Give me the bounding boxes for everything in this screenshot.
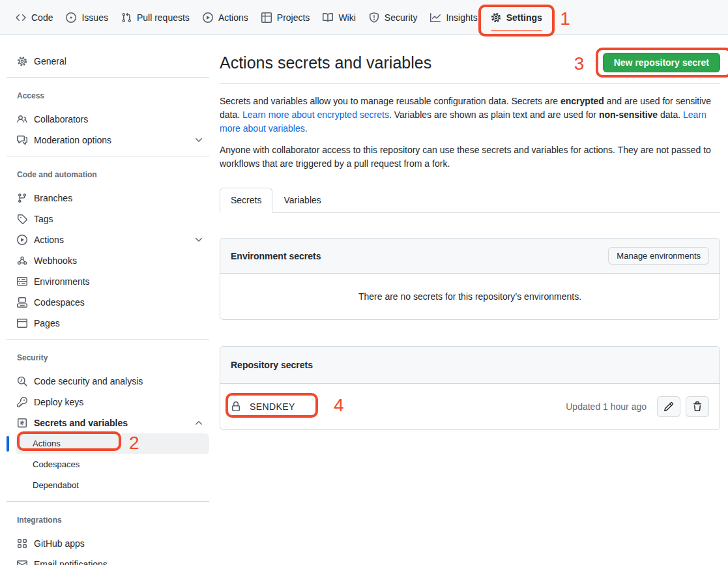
secret-name-wrap: SENDKEY 4 <box>231 401 295 412</box>
people-icon <box>17 114 27 124</box>
sidebar-item-label: Environments <box>34 275 90 288</box>
nav-tab-code[interactable]: Code <box>9 0 59 35</box>
sidebar-subitem-codespaces-secrets[interactable]: Codespaces <box>16 454 209 475</box>
chevron-down-icon <box>194 235 204 245</box>
sidebar-section-header-code-automation: Code and automation <box>7 162 209 188</box>
sidebar-item-label: Collaborators <box>34 113 88 126</box>
sidebar-subitem-label: Actions <box>33 437 61 450</box>
description-paragraph-2: Anyone with collaborator access to this … <box>220 143 720 171</box>
sidebar-subitem-dependabot-secrets[interactable]: Dependabot <box>16 475 209 496</box>
codespaces-icon <box>17 297 27 308</box>
sidebar-item-pages[interactable]: Pages <box>7 313 209 334</box>
sidebar-item-collaborators[interactable]: Collaborators <box>7 109 209 130</box>
nav-tab-label: Insights <box>446 12 477 23</box>
sidebar-item-email-notifications[interactable]: Email notifications <box>7 554 209 565</box>
sidebar-divider <box>7 339 209 340</box>
tab-secrets[interactable]: Secrets <box>220 188 272 213</box>
nav-tab-label: Issues <box>81 12 108 23</box>
repo-tab-nav: Code Issues Pull requests Actions Projec… <box>0 0 728 35</box>
description-text: . <box>305 123 308 134</box>
new-repository-secret-button[interactable]: New repository secret <box>603 53 720 72</box>
delete-secret-button[interactable] <box>686 396 709 417</box>
issue-opened-icon <box>66 12 76 23</box>
sidebar-item-label: Actions <box>34 233 64 246</box>
tab-variables[interactable]: Variables <box>272 188 332 213</box>
sidebar-item-label: Pages <box>34 317 60 330</box>
environment-secrets-header: Environment secrets Manage environments <box>220 239 720 274</box>
sidebar-divider <box>7 156 209 156</box>
sidebar-item-label: Branches <box>34 192 72 205</box>
repository-secrets-header: Repository secrets <box>220 347 720 384</box>
sidebar-item-label: Email notifications <box>34 558 108 565</box>
sidebar-item-label: General <box>34 55 66 68</box>
secret-name: SENDKEY <box>250 401 295 412</box>
sidebar-divider <box>7 501 209 502</box>
code-icon <box>16 12 26 23</box>
sidebar-item-actions[interactable]: Actions <box>7 229 209 250</box>
sidebar-divider <box>7 77 209 78</box>
server-icon <box>17 276 27 287</box>
nav-tab-settings[interactable]: Settings 1 <box>484 0 549 35</box>
comment-discussion-icon <box>17 135 27 145</box>
sidebar-item-codespaces[interactable]: Codespaces <box>7 292 209 313</box>
sidebar-item-webhooks[interactable]: Webhooks <box>7 250 209 271</box>
content-layout: General Access Collaborators Moderation … <box>0 35 728 565</box>
nav-tab-label: Wiki <box>338 12 355 23</box>
sidebar-subitem-label: Codespaces <box>33 458 80 471</box>
sidebar-item-label: Codespaces <box>34 296 85 309</box>
shield-icon <box>369 12 379 23</box>
nav-tab-label: Security <box>385 12 418 23</box>
description-bold-non-sensitive: non-sensitive <box>599 109 658 120</box>
nav-tab-wiki[interactable]: Wiki <box>316 0 362 35</box>
manage-environments-button[interactable]: Manage environments <box>608 247 709 265</box>
nav-tab-insights[interactable]: Insights <box>424 0 484 35</box>
webhook-icon <box>17 255 27 266</box>
environment-secrets-empty-message: There are no secrets for this repository… <box>220 274 720 319</box>
sidebar-item-label: Code security and analysis <box>34 375 143 388</box>
gear-icon <box>17 56 27 66</box>
annotation-number-2: 2 <box>129 434 139 452</box>
nav-tab-issues[interactable]: Issues <box>59 0 114 35</box>
secret-row: SENDKEY 4 Updated 1 hour ago <box>220 384 720 429</box>
github-settings-page: Code Issues Pull requests Actions Projec… <box>0 0 728 565</box>
repository-secrets-title: Repository secrets <box>231 358 313 371</box>
sidebar-subitem-actions-secrets[interactable]: Actions 2 <box>16 433 209 454</box>
nav-tab-security[interactable]: Security <box>362 0 424 35</box>
nav-tab-actions[interactable]: Actions <box>196 0 255 35</box>
play-icon <box>203 12 213 23</box>
book-icon <box>323 12 333 23</box>
description-text: Secrets and variables allow you to manag… <box>220 96 561 106</box>
new-secret-button-wrap: New repository secret 3 <box>603 53 720 72</box>
secret-asterisk-icon <box>17 418 27 428</box>
edit-secret-button[interactable] <box>657 396 680 417</box>
sidebar-item-environments[interactable]: Environments <box>7 271 209 292</box>
sidebar-item-github-apps[interactable]: GitHub apps <box>7 533 209 554</box>
sidebar-item-code-security[interactable]: Code security and analysis <box>7 371 209 392</box>
nav-tab-projects[interactable]: Projects <box>255 0 317 35</box>
nav-tab-pull-requests[interactable]: Pull requests <box>115 0 196 35</box>
secret-updated-timestamp: Updated 1 hour ago <box>566 401 647 412</box>
annotation-number-1: 1 <box>560 10 570 28</box>
sidebar-item-general[interactable]: General <box>7 51 209 72</box>
trash-icon <box>692 401 703 412</box>
gear-icon <box>491 12 501 23</box>
chevron-down-icon <box>194 135 204 145</box>
nav-tab-label: Pull requests <box>137 12 190 23</box>
play-icon <box>17 235 27 245</box>
environment-secrets-card: Environment secrets Manage environments … <box>220 238 720 320</box>
graph-icon <box>430 12 441 23</box>
sidebar-item-secrets-and-variables[interactable]: Secrets and variables <box>7 413 209 433</box>
link-learn-encrypted-secrets[interactable]: Learn more about encrypted secrets <box>242 109 389 120</box>
sidebar-item-label: Webhooks <box>34 254 77 267</box>
sidebar-item-moderation-options[interactable]: Moderation options <box>7 130 209 151</box>
sidebar-item-branches[interactable]: Branches <box>7 188 209 209</box>
sidebar-item-label: Secrets and variables <box>34 416 128 429</box>
table-icon <box>261 12 272 23</box>
sidebar-item-tags[interactable]: Tags <box>7 209 209 229</box>
browser-icon <box>17 318 27 328</box>
mail-icon <box>17 559 27 565</box>
sidebar-item-deploy-keys[interactable]: Deploy keys <box>7 392 209 413</box>
annotation-number-3: 3 <box>574 55 585 73</box>
nav-tab-label: Code <box>31 12 53 23</box>
lock-icon <box>231 401 241 412</box>
